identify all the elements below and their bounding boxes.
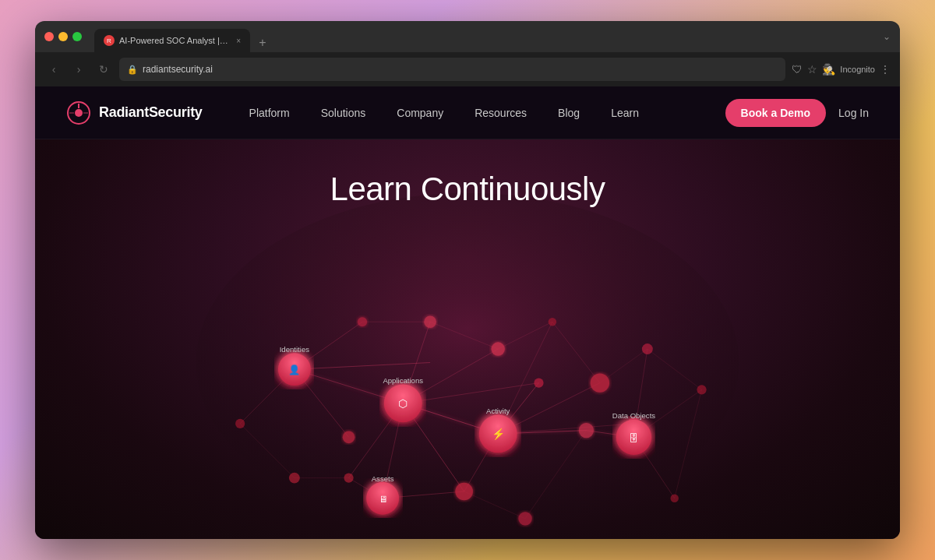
logo-text: RadiantSecurity (99, 104, 203, 121)
back-button[interactable]: ‹ (44, 60, 63, 79)
hero-section: Learn Continuously (35, 139, 900, 539)
svg-point-49 (518, 512, 531, 525)
svg-point-47 (670, 495, 678, 502)
hero-title: Learn Continuously (330, 171, 605, 208)
svg-point-50 (343, 431, 355, 443)
nav-company[interactable]: Company (397, 107, 443, 119)
svg-point-53 (289, 473, 300, 484)
incognito-label: Incognito (840, 65, 875, 74)
svg-text:⚡: ⚡ (492, 428, 506, 441)
url-text: radiantsecurity.ai (143, 64, 213, 75)
network-graph: 👤 Identities ⬡ Applications ⚡ Activity 🗄… (35, 186, 900, 539)
maximize-button[interactable] (72, 32, 82, 41)
browser-titlebar: R AI-Powered SOC Analyst | Ra... × + ⌄ (35, 21, 900, 52)
svg-point-42 (549, 318, 556, 326)
svg-point-46 (697, 385, 706, 394)
star-icon[interactable]: ☆ (807, 63, 817, 76)
svg-point-43 (579, 423, 594, 438)
address-bar[interactable]: 🔒 radiantsecurity.ai (119, 58, 785, 81)
shield-icon: 🛡 (792, 63, 803, 76)
tab-title: AI-Powered SOC Analyst | Ra... (119, 36, 228, 45)
svg-text:Data Objects: Data Objects (612, 411, 656, 420)
new-tab-button[interactable]: + (253, 33, 272, 52)
site-nav: RadiantSecurity Platform Solutions Compa… (35, 86, 900, 139)
nav-actions: Book a Demo Log In (725, 99, 869, 127)
more-options-icon[interactable]: ⋮ (880, 63, 891, 76)
svg-text:🗄: 🗄 (629, 433, 638, 444)
browser-toolbar: ‹ › ↻ 🔒 radiantsecurity.ai 🛡 ☆ 🕵 Incogni… (35, 52, 900, 86)
svg-text:Assets: Assets (372, 474, 394, 483)
svg-point-2 (196, 193, 739, 533)
browser-window: R AI-Powered SOC Analyst | Ra... × + ⌄ ‹… (35, 21, 900, 539)
nav-links: Platform Solutions Company Resources Blo… (249, 107, 725, 119)
site-logo[interactable]: RadiantSecurity (66, 100, 203, 125)
traffic-lights (44, 32, 82, 41)
nav-resources[interactable]: Resources (475, 107, 527, 119)
svg-text:Identities: Identities (280, 345, 310, 354)
svg-point-38 (358, 317, 367, 326)
svg-point-39 (424, 315, 436, 328)
browser-tabs: R AI-Powered SOC Analyst | Ra... × + (94, 21, 272, 52)
svg-text:Applications: Applications (383, 376, 423, 385)
svg-point-40 (491, 342, 504, 355)
book-demo-button[interactable]: Book a Demo (725, 99, 826, 127)
nav-blog[interactable]: Blog (558, 107, 580, 119)
incognito-icon: 🕵 (822, 63, 835, 76)
logo-icon (66, 100, 91, 125)
toolbar-actions: 🛡 ☆ 🕵 Incognito ⋮ (792, 63, 891, 76)
svg-point-44 (591, 373, 609, 392)
refresh-button[interactable]: ↻ (94, 60, 113, 79)
website-content: RadiantSecurity Platform Solutions Compa… (35, 86, 900, 539)
svg-point-48 (455, 483, 473, 501)
svg-point-51 (344, 473, 353, 482)
svg-text:⬡: ⬡ (398, 397, 408, 410)
svg-point-41 (534, 379, 543, 388)
svg-text:Activity: Activity (486, 407, 510, 415)
svg-point-52 (235, 419, 245, 428)
login-button[interactable]: Log In (838, 107, 869, 119)
close-button[interactable] (44, 32, 54, 41)
nav-learn[interactable]: Learn (611, 107, 639, 119)
tab-close-icon[interactable]: × (236, 37, 241, 45)
lock-icon: 🔒 (127, 65, 138, 75)
active-tab[interactable]: R AI-Powered SOC Analyst | Ra... × (94, 29, 250, 52)
svg-text:👤: 👤 (288, 364, 301, 376)
svg-point-1 (75, 109, 83, 117)
svg-text:🖥: 🖥 (379, 495, 387, 504)
forward-button[interactable]: › (69, 60, 88, 79)
tab-favicon: R (104, 35, 115, 46)
nav-platform[interactable]: Platform (249, 107, 290, 119)
nav-solutions[interactable]: Solutions (321, 107, 366, 119)
window-chevron-icon: ⌄ (883, 31, 891, 42)
svg-point-45 (642, 343, 653, 354)
minimize-button[interactable] (58, 32, 68, 41)
